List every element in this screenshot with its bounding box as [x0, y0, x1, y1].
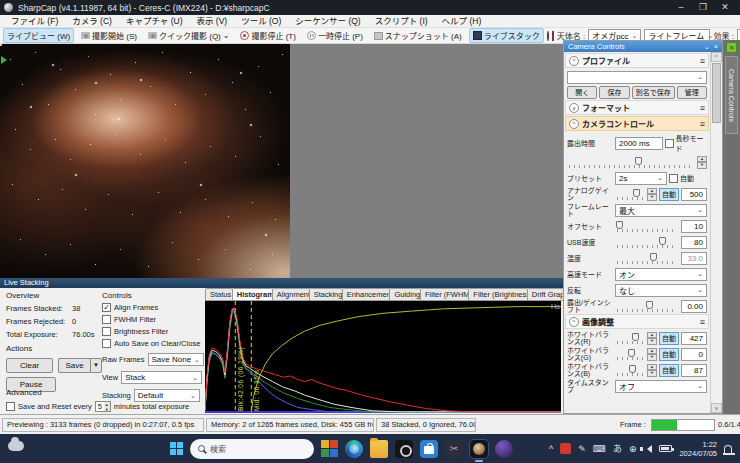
tab-histogram[interactable]: Histogram — [232, 288, 273, 300]
profile-section-header[interactable]: ^ プロファイル ≡ — [565, 53, 709, 68]
offset-value[interactable]: 10 — [681, 220, 707, 233]
pen-icon[interactable]: ✎ — [578, 444, 586, 454]
start-button[interactable] — [170, 442, 183, 455]
wb-b-spinner[interactable]: ▲▼ — [647, 364, 657, 377]
exposure-slider[interactable] — [567, 156, 695, 169]
edge-browser-icon[interactable] — [345, 440, 363, 458]
flip-select[interactable]: なし ⌄ — [615, 284, 707, 297]
align-frames-checkbox[interactable]: ✓ — [102, 303, 111, 312]
file-explorer-icon[interactable] — [370, 440, 388, 458]
timestamp-select[interactable]: オフ ⌄ — [615, 380, 707, 393]
save-button[interactable]: Save — [58, 358, 90, 373]
tab-guiding[interactable]: Guiding — [389, 288, 421, 300]
menu-tools[interactable]: ツール (O) — [234, 15, 288, 28]
menu-icon[interactable]: ≡ — [700, 317, 705, 327]
menu-file[interactable]: ファイル (F) — [4, 15, 65, 28]
taskbar-clock[interactable]: 1:22 2024/07/05 — [679, 440, 717, 458]
pause-button[interactable]: 一時停止 (P) — [303, 28, 367, 43]
battery-icon[interactable] — [659, 445, 672, 452]
exposure-input[interactable]: 2000 ms — [615, 137, 663, 150]
wb-b-value[interactable]: 87 — [681, 364, 707, 377]
quick-capture-button[interactable]: クイック撮影 (Q) ⌄ — [144, 28, 233, 43]
menu-scripting[interactable]: スクリプト (I) — [368, 15, 435, 28]
tab-alignment[interactable]: Alignment — [272, 288, 310, 300]
format-section-header[interactable]: v フォーマット ≡ — [565, 100, 709, 115]
wb-r-spinner[interactable]: ▲▼ — [647, 332, 657, 345]
preset-select[interactable]: 2s ⌄ — [615, 172, 667, 185]
gain-slider[interactable] — [615, 188, 645, 201]
image-adjust-section-header[interactable]: ^ 画像調整 ≡ — [565, 314, 709, 329]
close-panel-button[interactable]: × — [714, 41, 718, 52]
profile-manage-button[interactable]: 管理 — [677, 86, 707, 99]
widgets-icon[interactable] — [321, 440, 338, 457]
taskbar-search[interactable]: 検索 — [190, 439, 314, 459]
network-icon[interactable]: ⊕ — [629, 444, 637, 454]
menu-view[interactable]: 表示 (V) — [189, 15, 234, 28]
panel-scrollbar[interactable]: ^ v — [710, 52, 722, 413]
close-button[interactable]: ✕ — [714, 0, 736, 15]
tab-filter-brightness[interactable]: Filter (Brightness) — [468, 288, 527, 300]
usb-speed-slider[interactable] — [615, 236, 679, 249]
touch-keyboard-icon[interactable]: ⌨ — [593, 444, 606, 454]
notification-bell-icon[interactable] — [724, 445, 732, 453]
restore-button[interactable]: ❐ — [692, 0, 714, 15]
offset-slider[interactable] — [615, 220, 679, 233]
profile-open-button[interactable]: 開く — [567, 86, 597, 99]
ime-indicator[interactable]: あ — [613, 442, 622, 455]
clear-button[interactable]: Clear — [6, 358, 53, 373]
raw-frames-select[interactable]: Save None ⌄ — [148, 353, 204, 366]
start-capture-button[interactable]: 撮影開始 (S) — [77, 28, 141, 43]
menu-camera[interactable]: カメラ (C) — [65, 15, 119, 28]
tab-status[interactable]: Status — [205, 288, 233, 300]
menu-icon[interactable]: ≡ — [700, 119, 705, 129]
wb-b-slider[interactable] — [615, 364, 645, 377]
wb-g-auto-button[interactable]: 自動 — [659, 348, 679, 361]
live-view-button[interactable]: ライブビュー (W) — [3, 28, 74, 43]
stacking-select[interactable]: Default ⌄ — [134, 389, 200, 402]
framerate-select[interactable]: 最大 ⌄ — [615, 204, 707, 217]
wb-r-value[interactable]: 427 — [681, 332, 707, 345]
minimize-button[interactable]: – — [670, 0, 692, 15]
usb-speed-value[interactable]: 80 — [681, 236, 707, 249]
wb-g-value[interactable]: 0 — [681, 348, 707, 361]
auto-save-checkbox[interactable] — [102, 339, 111, 348]
wb-g-spinner[interactable]: ▲▼ — [647, 348, 657, 361]
scroll-up-icon[interactable]: ^ — [711, 52, 722, 62]
purple-app-icon[interactable] — [495, 440, 513, 458]
pin-panel-button[interactable]: ⌄ — [704, 41, 710, 52]
snipping-tool-icon[interactable]: ✂ — [445, 440, 463, 458]
long-exposure-checkbox[interactable] — [665, 139, 674, 148]
tray-expand-icon[interactable]: ^ — [549, 444, 553, 454]
exposure-spinner[interactable]: ▲▼ — [697, 156, 707, 169]
view-select[interactable]: Stack ⌄ — [121, 371, 202, 384]
gain-shift-slider[interactable] — [615, 300, 679, 313]
profile-save-button[interactable]: 保存 — [599, 86, 629, 99]
antivirus-icon[interactable] — [560, 443, 571, 454]
fwhm-filter-checkbox[interactable] — [102, 315, 111, 324]
tab-stacking[interactable]: Stacking — [309, 288, 343, 300]
wb-r-slider[interactable] — [615, 332, 645, 345]
tab-enhancement[interactable]: Enhancement — [342, 288, 391, 300]
microsoft-store-icon[interactable] — [420, 440, 438, 458]
dock-close-button[interactable]: × — [726, 42, 737, 53]
profile-save-as-button[interactable]: 別名で保存 — [632, 86, 675, 99]
exposure-auto-checkbox[interactable] — [669, 174, 678, 183]
gain-value[interactable]: 500 — [681, 188, 707, 201]
menu-icon[interactable]: ≡ — [700, 103, 705, 113]
snapshot-button[interactable]: スナップショット (A) — [370, 28, 466, 43]
camera-controls-side-tab[interactable]: Camera Controls — [725, 56, 738, 134]
wb-r-auto-button[interactable]: 自動 — [659, 332, 679, 345]
bad-pixel-map-icon[interactable] — [552, 31, 554, 41]
stop-capture-button[interactable]: 撮影停止 (T) — [236, 28, 299, 43]
fast-mode-select[interactable]: オン ⌄ — [615, 268, 707, 281]
menu-capture[interactable]: キャプチャ (U) — [119, 15, 190, 28]
volume-icon[interactable] — [643, 445, 652, 453]
scrollbar-thumb[interactable] — [712, 63, 721, 123]
wb-b-auto-button[interactable]: 自動 — [659, 364, 679, 377]
save-reset-checkbox[interactable] — [6, 402, 15, 411]
wb-g-slider[interactable] — [615, 348, 645, 361]
dark-frame-icon[interactable] — [547, 31, 549, 41]
brightness-filter-checkbox[interactable] — [102, 327, 111, 336]
live-image-view[interactable] — [0, 44, 290, 278]
tab-filter-fwhm[interactable]: Filter (FWHM) — [420, 288, 469, 300]
